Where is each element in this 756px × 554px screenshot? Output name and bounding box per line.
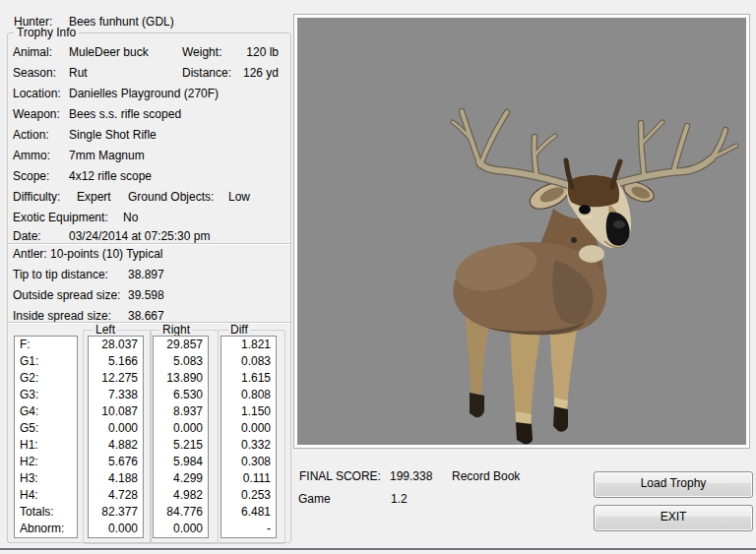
- info-row-scope: Scope:4x12 rifle scope: [13, 169, 152, 183]
- deer-neck-spot: [571, 237, 577, 243]
- game-label: Game: [298, 492, 331, 506]
- measurement-labels-listbox[interactable]: F:G1:G2:G3:G4:G5:H1:H2:H3:H4:Totals:Abno…: [14, 336, 78, 538]
- action-label: Action:: [13, 128, 69, 142]
- right-column-header: Right: [160, 323, 192, 337]
- location-value: Danielles Playground (270F): [69, 87, 219, 100]
- outside-spread-label: Outside spread size:: [13, 288, 128, 302]
- final-score-value: 199.338: [390, 469, 432, 483]
- animal-value: MuleDeer buck: [69, 45, 149, 59]
- final-score-label: FINAL SCORE:: [299, 469, 381, 483]
- tip-to-tip-row: Tip to tip distance:38.897: [13, 268, 164, 281]
- hunter-value: Bees funhunt (GDL): [69, 15, 174, 29]
- weight-label: Weight:: [182, 45, 221, 59]
- left-values-listbox[interactable]: 28.0375.16612.2757.33810.0870.0004.8825.…: [88, 336, 144, 538]
- separator-top: [8, 243, 290, 244]
- info-row-action: Action:Single Shot Rifle: [13, 128, 157, 142]
- exotic-value: No: [123, 211, 138, 224]
- animal-label: Animal:: [13, 45, 69, 59]
- deer-eye: [579, 205, 591, 215]
- location-label: Location:: [13, 87, 69, 100]
- trophy-3d-viewport[interactable]: [293, 14, 750, 449]
- outside-spread-value: 39.598: [128, 288, 164, 302]
- weight-value: 120 lb: [246, 45, 279, 59]
- exotic-label: Exotic Equipment:: [13, 211, 108, 224]
- load-trophy-button[interactable]: Load Trophy: [594, 471, 753, 498]
- record-book-label: Record Book: [452, 469, 520, 483]
- tip-to-tip-value: 38.897: [128, 268, 164, 281]
- date-label: Date:: [13, 229, 69, 243]
- scope-value: 4x12 rifle scope: [69, 169, 152, 183]
- exit-button[interactable]: EXIT: [594, 505, 753, 531]
- info-row-weapon: Weapon:Bees s.s. rifle scoped: [13, 107, 181, 121]
- action-value: Single Shot Rifle: [69, 128, 157, 142]
- outside-spread-row: Outside spread size:39.598: [13, 288, 164, 302]
- right-values-listbox[interactable]: 29.8575.08313.8906.5308.9370.0005.2155.9…: [153, 336, 209, 538]
- info-row-location: Location:Danielles Playground (270F): [13, 87, 219, 100]
- ground-objects-value: Low: [228, 190, 250, 204]
- date-value: 03/24/2014 at 07:25:30 pm: [69, 229, 210, 243]
- info-weight: Weight:120 lb: [182, 45, 279, 59]
- info-row-date: Date:03/24/2014 at 07:25:30 pm: [13, 229, 210, 243]
- diff-column-header: Diff: [228, 323, 250, 337]
- inside-spread-value: 38.667: [128, 309, 164, 323]
- antler-summary: Antler: 10-points (10) Typical: [13, 247, 163, 261]
- info-row-season: Season:Rut: [13, 66, 88, 80]
- distance-label: Distance:: [182, 66, 231, 80]
- season-label: Season:: [13, 66, 69, 80]
- diff-values-listbox[interactable]: 1.8210.0831.6150.8081.1500.0000.3320.308…: [220, 336, 277, 538]
- tip-to-tip-label: Tip to tip distance:: [13, 268, 128, 281]
- window-bottom-edge: [0, 548, 756, 550]
- weapon-label: Weapon:: [13, 107, 69, 121]
- inside-spread-label: Inside spread size:: [13, 309, 128, 323]
- weapon-value: Bees s.s. rifle scoped: [69, 107, 181, 121]
- scope-label: Scope:: [13, 169, 69, 183]
- trophy-viewer-window: Hunter:Bees funhunt (GDL) Trophy Info An…: [0, 0, 756, 554]
- left-column-header: Left: [94, 323, 117, 337]
- mule-deer-render: [297, 18, 746, 445]
- info-row-animal: Animal:MuleDeer buck: [13, 45, 149, 59]
- difficulty-value: Expert: [77, 190, 111, 204]
- ammo-label: Ammo:: [13, 149, 69, 162]
- ground-objects-label: Ground Objects:: [128, 190, 214, 204]
- ammo-value: 7mm Magnum: [69, 149, 145, 162]
- distance-value: 126 yd: [243, 66, 279, 80]
- inside-spread-row: Inside spread size:38.667: [13, 309, 164, 323]
- info-row-ammo: Ammo:7mm Magnum: [13, 149, 145, 162]
- season-value: Rut: [69, 66, 88, 80]
- info-distance: Distance:126 yd: [182, 66, 279, 80]
- trophy-info-title: Trophy Info: [14, 26, 79, 39]
- difficulty-label: Difficulty:: [13, 190, 60, 204]
- game-version-value: 1.2: [391, 492, 408, 506]
